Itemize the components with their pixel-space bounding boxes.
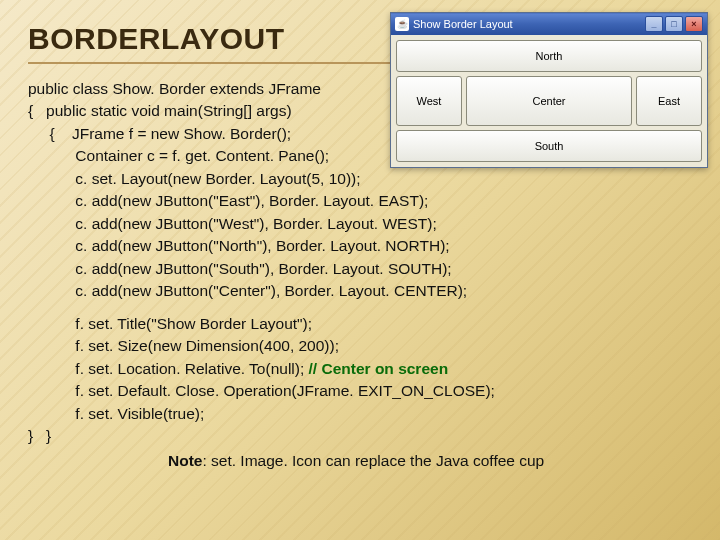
maximize-button[interactable]: □: [665, 16, 683, 32]
border-layout-panel: North West Center East South: [391, 35, 707, 167]
footer-note: Note: set. Image. Icon can replace the J…: [168, 452, 692, 470]
note-prefix: Note: [168, 452, 202, 469]
spacer: [28, 303, 692, 313]
code-post: f. set. Default. Close. Operation(JFrame…: [28, 382, 495, 444]
south-button[interactable]: South: [396, 130, 702, 162]
west-button[interactable]: West: [396, 76, 462, 126]
east-button[interactable]: East: [636, 76, 702, 126]
window-buttons: _ □ ×: [645, 16, 703, 32]
window-titlebar[interactable]: ☕ Show Border Layout _ □ ×: [391, 13, 707, 35]
code-block-2: f. set. Title("Show Border Layout"); f. …: [28, 313, 692, 448]
minimize-button[interactable]: _: [645, 16, 663, 32]
code-pre: f. set. Title("Show Border Layout"); f. …: [28, 315, 339, 377]
close-button[interactable]: ×: [685, 16, 703, 32]
window-title: Show Border Layout: [413, 18, 645, 30]
center-button[interactable]: Center: [466, 76, 632, 126]
java-window: ☕ Show Border Layout _ □ × North West Ce…: [390, 12, 708, 168]
java-coffee-icon: ☕: [395, 17, 409, 31]
note-text: : set. Image. Icon can replace the Java …: [202, 452, 544, 469]
slide: BORDERLAYOUT public class Show. Border e…: [0, 0, 720, 540]
north-button[interactable]: North: [396, 40, 702, 72]
code-comment: // Center on screen: [309, 360, 449, 377]
